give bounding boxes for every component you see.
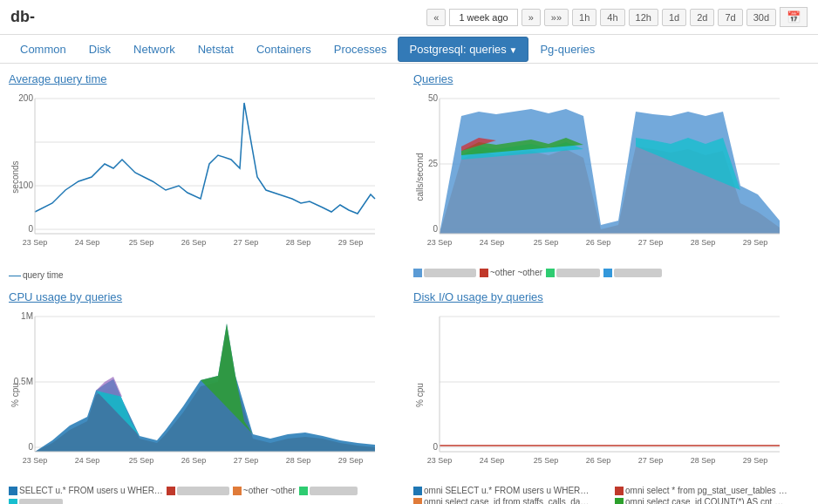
svg-text:27 Sep: 27 Sep (638, 456, 664, 465)
svg-text:28 Sep: 28 Sep (286, 456, 311, 465)
legend-q4 (603, 269, 662, 277)
legend-q3 (546, 269, 600, 277)
30d-button[interactable]: 30d (746, 9, 776, 26)
tab-postgresql-queries[interactable]: Postgresql: queries (398, 37, 528, 62)
legend-disk4: omni select case_id,COUNT(*) AS cnt … (615, 497, 809, 504)
avg-query-time-y-label: seconds (10, 160, 20, 193)
tab-netstat[interactable]: Netstat (187, 35, 245, 63)
queries-legend: ~other ~other (413, 268, 809, 277)
legend-cpu5 (9, 499, 63, 504)
cpu-queries-y-label: % cpu (10, 383, 20, 407)
svg-text:29 Sep: 29 Sep (743, 238, 768, 247)
avg-query-time-panel: Average query time seconds 200 100 0 23 … (9, 72, 405, 282)
queries-chart: 50 25 0 23 Sep 24 Sep 25 Sep 26 Sep 27 S… (413, 90, 788, 264)
logo: db- (10, 8, 35, 26)
legend-disk2: omni select * from pg_stat_user_tables … (615, 486, 809, 495)
svg-text:27 Sep: 27 Sep (234, 456, 259, 465)
legend-disk3: omni select case_id from staffs_calls_da… (413, 497, 608, 504)
svg-text:27 Sep: 27 Sep (638, 238, 664, 247)
disk-io-y-label: % cpu (415, 383, 425, 407)
avg-query-time-title[interactable]: Average query time (9, 72, 405, 85)
svg-text:24 Sep: 24 Sep (75, 456, 100, 465)
1d-button[interactable]: 1d (662, 9, 686, 26)
svg-text:23 Sep: 23 Sep (427, 456, 453, 465)
svg-text:25: 25 (428, 159, 439, 168)
disk-io-chart: 0 23 Sep 24 Sep 25 Sep 26 Sep 27 Sep 28 … (413, 308, 788, 482)
fast-next-button[interactable]: »» (544, 9, 569, 26)
2d-button[interactable]: 2d (690, 9, 714, 26)
legend-cpu2 (167, 487, 229, 495)
svg-text:29 Sep: 29 Sep (338, 238, 364, 247)
legend-cpu3: ~other ~other (233, 486, 296, 495)
header: db- « 1 week ago » »» 1h 4h 12h 1d 2d 7d… (0, 0, 818, 35)
svg-text:24 Sep: 24 Sep (480, 456, 505, 465)
svg-text:23 Sep: 23 Sep (23, 238, 48, 247)
svg-text:29 Sep: 29 Sep (338, 456, 364, 465)
svg-text:26 Sep: 26 Sep (586, 456, 611, 465)
svg-text:50: 50 (428, 93, 439, 103)
queries-panel: Queries calls/second 50 25 0 (413, 72, 809, 282)
cpu-queries-title[interactable]: CPU usage by queries (9, 290, 405, 303)
svg-text:29 Sep: 29 Sep (743, 456, 768, 465)
svg-text:25 Sep: 25 Sep (129, 456, 154, 465)
svg-text:23 Sep: 23 Sep (427, 238, 453, 247)
svg-text:28 Sep: 28 Sep (691, 238, 716, 247)
12h-button[interactable]: 12h (629, 9, 658, 26)
queries-title[interactable]: Queries (413, 72, 809, 85)
cpu-queries-panel: CPU usage by queries % cpu 1M 0.5M 0 (9, 290, 405, 504)
tab-containers[interactable]: Containers (245, 35, 323, 63)
svg-text:24 Sep: 24 Sep (75, 238, 100, 247)
tab-pg-queries[interactable]: Pg-queries (528, 35, 606, 63)
svg-text:25 Sep: 25 Sep (534, 238, 559, 247)
svg-text:25 Sep: 25 Sep (534, 456, 559, 465)
svg-text:27 Sep: 27 Sep (234, 238, 259, 247)
svg-text:26 Sep: 26 Sep (181, 456, 207, 465)
calendar-button[interactable]: 📅 (780, 7, 808, 27)
svg-text:25 Sep: 25 Sep (129, 238, 154, 247)
svg-text:0: 0 (433, 224, 438, 234)
svg-text:23 Sep: 23 Sep (23, 456, 48, 465)
disk-io-queries-panel: Disk I/O usage by queries % cpu 0 23 Sep… (413, 290, 809, 504)
disk-io-queries-title[interactable]: Disk I/O usage by queries (413, 290, 809, 303)
svg-text:26 Sep: 26 Sep (181, 238, 207, 247)
1h-button[interactable]: 1h (572, 9, 596, 26)
tab-disk[interactable]: Disk (78, 35, 122, 63)
svg-text:24 Sep: 24 Sep (480, 238, 505, 247)
main-content: Average query time seconds 200 100 0 23 … (0, 64, 818, 504)
tab-common[interactable]: Common (9, 35, 78, 63)
cpu-queries-chart: 1M 0.5M 0 23 Sep 24 Sep 25 Sep 26 Sep 27… (9, 308, 384, 482)
legend-cpu1: SELECT u.* FROM users u WHER… (9, 486, 163, 495)
svg-text:200: 200 (18, 93, 33, 103)
prev-button[interactable]: « (426, 9, 446, 26)
legend-cpu4 (299, 487, 358, 495)
queries-y-label: calls/second (415, 153, 425, 201)
tab-processes[interactable]: Processes (323, 35, 399, 63)
svg-text:28 Sep: 28 Sep (691, 456, 716, 465)
svg-text:26 Sep: 26 Sep (586, 238, 611, 247)
svg-text:28 Sep: 28 Sep (286, 238, 311, 247)
4h-button[interactable]: 4h (600, 9, 624, 26)
svg-text:1M: 1M (21, 311, 33, 321)
svg-text:0: 0 (28, 442, 33, 452)
time-controls: « 1 week ago » »» 1h 4h 12h 1d 2d 7d 30d… (426, 7, 808, 27)
svg-text:0: 0 (28, 224, 33, 234)
nav-tabs: Common Disk Network Netstat Containers P… (0, 35, 818, 64)
avg-query-time-chart: 200 100 0 23 Sep 24 Sep 25 Sep 26 Sep 27… (9, 90, 384, 264)
7d-button[interactable]: 7d (718, 9, 742, 26)
avg-query-time-legend: — query time (9, 268, 405, 282)
svg-text:100: 100 (18, 180, 33, 190)
legend-q2: ~other ~other (480, 268, 542, 277)
time-range-display: 1 week ago (449, 9, 517, 26)
disk-io-legend: omni SELECT u.* FROM users u WHER… omni … (413, 486, 809, 504)
legend-query-time: — query time (9, 268, 64, 282)
cpu-queries-legend: SELECT u.* FROM users u WHER… ~other ~ot… (9, 486, 405, 504)
svg-text:0: 0 (433, 442, 438, 452)
legend-q1 (413, 269, 476, 277)
tab-network[interactable]: Network (122, 35, 187, 63)
svg-marker-44 (35, 324, 375, 452)
next-button[interactable]: » (521, 9, 541, 26)
legend-disk1: omni SELECT u.* FROM users u WHER… (413, 486, 608, 495)
